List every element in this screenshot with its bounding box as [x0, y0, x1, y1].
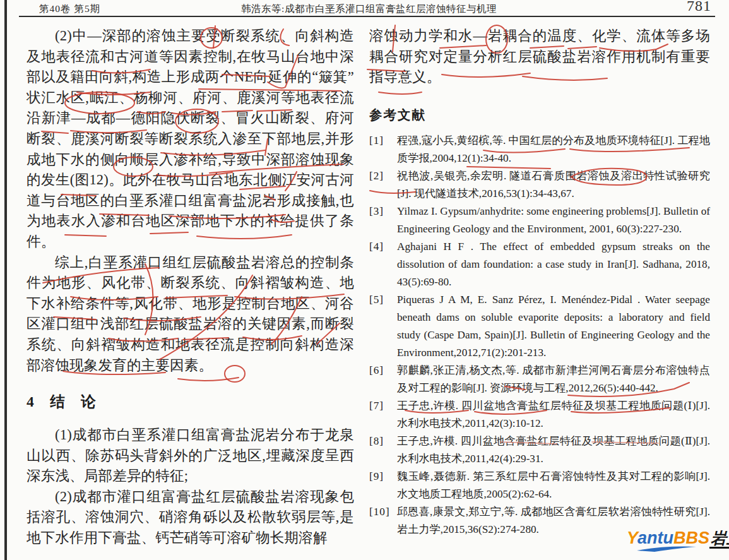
ref-text: 郭麒麟,张正清,杨文杰,等. 成都市新津拦河闸石膏层分布溶蚀特点及对工程的影响[…	[397, 362, 710, 397]
ref-label: [6]	[369, 362, 397, 379]
reference-item: [6]郭麒麟,张正清,杨文杰,等. 成都市新津拦河闸石膏层分布溶蚀特点及对工程的…	[369, 362, 710, 397]
watermark-site-name: 岩土在线	[709, 529, 729, 549]
ref-text: 程强,寇小兵,黄绍槟,等. 中国红层的分布及地质环境特征[J]. 工程地质学报,…	[397, 132, 710, 167]
left-column: (2)中—深部的溶蚀主要受断裂系统、向斜构造及地表径流和古河道等因素控制,在牧马…	[27, 26, 354, 549]
references-heading: 参考文献	[369, 106, 710, 124]
ref-label: [10]	[369, 503, 397, 521]
ref-label: [4]	[369, 238, 397, 256]
ref-text: 王子忠,许模. 四川盆地含膏盐红层特征及坝基工程地质问题(Ⅱ)[J]. 水利水电…	[397, 432, 710, 468]
watermark-swoosh	[636, 544, 705, 553]
ref-text: 王子忠,许模. 四川盆地含膏盐红层特征及坝基工程地质问题(Ⅰ)[J]. 水利水电…	[397, 397, 710, 432]
reference-list: [1]程强,寇小兵,黄绍槟,等. 中国红层的分布及地质环境特征[J]. 工程地质…	[369, 132, 710, 539]
running-title: 韩浩东等:成都市白垩系灌口组富膏盐红层溶蚀特征与机理	[20, 3, 718, 16]
scan-edge-bar	[4, 0, 7, 560]
reference-item: [9]魏玉峰,聂德新. 第三系红层中石膏溶蚀特性及其对工程的影响[J]. 水文地…	[369, 468, 710, 503]
ref-label: [7]	[369, 397, 397, 415]
paragraph-coupling: 溶蚀动力学和水—岩耦合的温度、化学、流体等多场耦合研究对定量分析红层硫酸盐岩溶作…	[369, 26, 710, 88]
ref-text: Aghajani H F . The effect of embedded gy…	[397, 238, 710, 291]
reference-item: [5]Piqueras J A M, E. Sanz Pérez, I. Men…	[369, 291, 710, 362]
header-rule	[19, 16, 715, 17]
ref-label: [5]	[369, 291, 397, 309]
ref-text: Yilmaz I. Gypsum/anhydrite: some enginee…	[397, 203, 710, 238]
paragraph-summary: 综上,白垩系灌口组红层硫酸盐岩溶总的控制条件为地形、风化带、断裂系统、向斜褶皱构…	[27, 253, 354, 376]
ref-label: [3]	[369, 203, 397, 220]
ref-label: [8]	[369, 432, 397, 450]
ref-label: [2]	[369, 167, 397, 185]
reference-item: [2]祝艳波,吴银亮,余宏明. 隧道石膏质围岩溶蚀及溶出特性试验研究[J]. 现…	[369, 167, 710, 203]
reference-item: [7]王子忠,许模. 四川盆地含膏盐红层特征及坝基工程地质问题(Ⅰ)[J]. 水…	[369, 397, 710, 432]
reference-item: [1]程强,寇小兵,黄绍槟,等. 中国红层的分布及地质环境特征[J]. 工程地质…	[369, 132, 710, 167]
page-number: 781	[687, 0, 711, 15]
conclusion-heading: 4 结 论	[27, 391, 354, 412]
right-column: 溶蚀动力学和水—岩耦合的温度、化学、流体等多场耦合研究对定量分析红层硫酸盐岩溶作…	[369, 26, 710, 539]
ref-text: 祝艳波,吴银亮,余宏明. 隧道石膏质围岩溶蚀及溶出特性试验研究[J]. 现代隧道…	[397, 167, 710, 203]
reference-item: [3]Yilmaz I. Gypsum/anhydrite: some engi…	[369, 203, 710, 238]
journal-header: 第40卷 第5期 韩浩东等:成都市白垩系灌口组富膏盐红层溶蚀特征与机理 781	[20, 1, 718, 16]
reference-item: [8]王子忠,许模. 四川盆地含膏盐红层特征及坝基工程地质问题(Ⅱ)[J]. 水…	[369, 432, 710, 468]
paragraph-dissolution-control: (2)中—深部的溶蚀主要受断裂系统、向斜构造及地表径流和古河道等因素控制,在牧马…	[27, 26, 354, 253]
scanned-paper-page: 第40卷 第5期 韩浩东等:成都市白垩系灌口组富膏盐红层溶蚀特征与机理 781 …	[0, 0, 729, 560]
ref-label: [1]	[369, 132, 397, 150]
conclusion-item-1: (1)成都市白垩系灌口组富膏盐泥岩分布于龙泉山以西、除苏码头背斜外的广泛地区,埋…	[27, 425, 354, 487]
ref-text: 魏玉峰,聂德新. 第三系红层中石膏溶蚀特性及其对工程的影响[J]. 水文地质工程…	[397, 468, 710, 503]
reference-item: [4]Aghajani H F . The effect of embedded…	[369, 238, 710, 291]
ref-text: Piqueras J A M, E. Sanz Pérez, I. Menénd…	[397, 291, 710, 362]
ref-label: [9]	[369, 468, 397, 486]
watermark: YantuBBS岩土在线	[627, 528, 729, 549]
conclusion-item-2: (2)成都市灌口组富膏盐红层硫酸盐岩溶现象包括溶孔、溶蚀洞穴、硝溶角砾以及松散软…	[27, 487, 354, 549]
